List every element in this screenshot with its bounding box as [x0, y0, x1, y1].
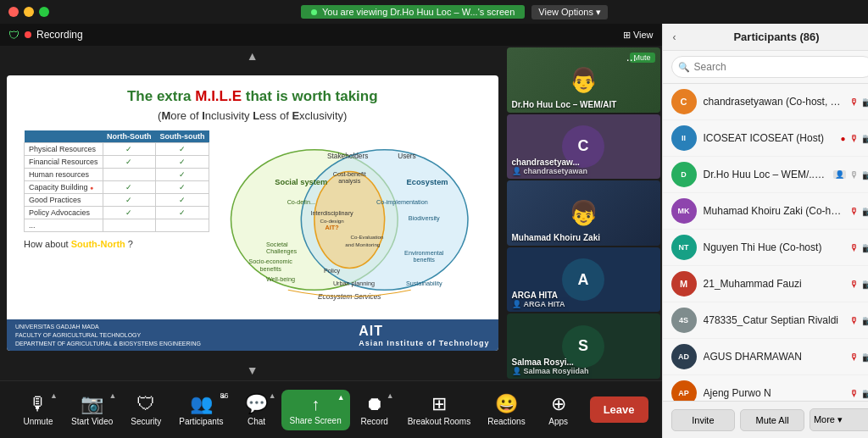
list-item[interactable]: D Dr.Ho Huu Loc – WEM/... (Co-host) 👤 🎙 … — [663, 157, 868, 193]
start-video-label: Start Video — [71, 417, 113, 426]
participants-count: 86 — [220, 391, 229, 400]
recording-bar: 🛡 Recording ⊞ View — [0, 24, 662, 46]
apps-button[interactable]: ⊕ Apps — [534, 388, 583, 431]
chevron-down-icon[interactable]: ▼ — [247, 363, 259, 377]
main-content: 🛡 Recording ⊞ View ▲ The extra M.I.L.E t… — [0, 24, 868, 438]
more-button[interactable]: More ▾ — [810, 408, 868, 431]
participant-icons: 🎙 📷 — [849, 315, 868, 326]
chevron-up-icon[interactable]: ▲ — [247, 49, 259, 63]
avatar: NT — [671, 235, 697, 260]
share-screen-button[interactable]: ▲ ↑ Share Screen — [281, 390, 350, 430]
thumb-name-salmaa: Salmaa Rosyi... 👤Salmaa Rosyiidah — [512, 358, 589, 375]
screen-share-banner: You are viewing Dr.Ho Huu Loc – W...'s s… — [49, 5, 860, 19]
list-item[interactable]: MK Muhamad Khoiru Zaki (Co-host) 🎙 📷 — [663, 193, 868, 230]
mic-icon: 🎙 — [849, 97, 859, 107]
search-input[interactable] — [671, 56, 868, 78]
recording-dot — [25, 31, 31, 38]
participant-icons: 🎙 📷 — [849, 388, 868, 399]
record-button[interactable]: ▲ ⏺ Record — [350, 388, 399, 431]
video-icon: 📷 — [862, 279, 868, 290]
list-item[interactable]: AD AGUS DHARMAWAN 🎙 📷 — [663, 339, 868, 375]
svg-text:Policy: Policy — [324, 266, 341, 274]
unmute-button[interactable]: ▲ 🎙 Unmute — [14, 388, 63, 431]
close-dot[interactable] — [8, 7, 19, 17]
video-icon: 📷 — [862, 169, 868, 180]
svg-text:Social system: Social system — [275, 178, 327, 186]
start-video-button[interactable]: ▲ 📷 Start Video — [63, 388, 121, 431]
view-options-button[interactable]: View Options ▾ — [531, 5, 608, 19]
security-button[interactable]: 🛡 Security — [121, 388, 170, 431]
list-item[interactable]: M 21_Muhammad Fauzi 🎙 📷 — [663, 266, 868, 302]
panel-header: ‹ Participants (86) — [663, 24, 868, 51]
participant-name: ICOSEAT ICOSEAT (Host) — [704, 132, 834, 144]
participant-list: C chandrasetyawan (Co-host, me) 🎙 📷 II I… — [663, 84, 868, 401]
video-icon: 📷 — [862, 133, 868, 144]
list-item[interactable]: NT Nguyen Thi Hue (Co-host) 🎙 📷 — [663, 230, 868, 266]
search-bar: 🔍 — [663, 51, 868, 84]
slide-subtitle: (More of Inclusivity Less of Exclusivity… — [24, 109, 481, 122]
video-area: 🛡 Recording ⊞ View ▲ The extra M.I.L.E t… — [0, 24, 662, 438]
thumb-name-muhamad: Muhamad Khoiru Zaki — [512, 233, 600, 242]
list-item[interactable]: II ICOSEAT ICOSEAT (Host) ● 🎙 📷 — [663, 120, 868, 157]
breakout-rooms-button[interactable]: ⊞ Breakout Rooms — [399, 388, 479, 431]
svg-text:Challenges: Challenges — [266, 247, 298, 254]
list-item[interactable]: 4S 478335_Catur Septian Rivaldi 🎙 📷 — [663, 302, 868, 339]
avatar-arga: A — [562, 258, 604, 301]
reactions-icon: 😀 — [495, 393, 518, 415]
recording-text: Recording — [36, 29, 83, 41]
invite-button[interactable]: Invite — [671, 409, 736, 431]
participants-button[interactable]: ▲ 86 👥 Participants — [170, 388, 231, 431]
top-bar: You are viewing Dr.Ho Huu Loc – W...'s s… — [0, 0, 868, 24]
chat-button[interactable]: ▲ 💬 Chat — [232, 388, 281, 431]
unmute-caret[interactable]: ▲ — [50, 391, 58, 400]
panel-chevron-icon[interactable]: ‹ — [673, 31, 676, 43]
chat-caret[interactable]: ▲ — [269, 391, 276, 400]
participant-icons: 🎙 📷 — [849, 279, 868, 290]
slide-container: ▲ The extra M.I.L.E that is worth taking… — [0, 46, 505, 380]
view-button[interactable]: ⊞ View — [623, 30, 654, 41]
avatar: M — [671, 271, 697, 297]
list-item[interactable]: AP Ajeng Purwo N 🎙 📷 — [663, 375, 868, 401]
camera-icon: 📷 — [81, 393, 103, 415]
minimize-dot[interactable] — [24, 7, 34, 17]
security-icon: 🛡 — [136, 393, 155, 415]
chat-label: Chat — [248, 417, 265, 426]
avatar: AD — [671, 344, 697, 369]
leave-button[interactable]: Leave — [590, 396, 648, 423]
record-caret[interactable]: ▲ — [387, 391, 394, 400]
mute-all-button[interactable]: Mute All — [740, 409, 804, 431]
mic-icon: 🎙 — [849, 242, 859, 252]
svg-text:Urban planning: Urban planning — [333, 280, 375, 287]
thumbnail-muhamad: 👦 Muhamad Khoiru Zaki — [507, 180, 660, 246]
participant-icons: 🎙 📷 — [849, 97, 868, 108]
reactions-button[interactable]: 😀 Reactions — [479, 388, 533, 431]
ellipsis-icon[interactable]: ··· — [626, 53, 637, 66]
svg-text:Users: Users — [398, 152, 416, 160]
svg-text:AIT?: AIT? — [326, 223, 339, 230]
maximize-dot[interactable] — [39, 7, 49, 17]
svg-text:Ecosystem: Ecosystem — [407, 178, 448, 186]
recording-dot: ● — [840, 134, 845, 143]
record-label: Record — [361, 417, 388, 426]
slide-footer: UNIVERSITAS GADJAH MADA FACULTY OF AGRIC… — [7, 319, 498, 351]
list-item[interactable]: C chandrasetyawan (Co-host, me) 🎙 📷 — [663, 84, 868, 120]
share-caret[interactable]: ▲ — [337, 393, 345, 402]
video-caret[interactable]: ▲ — [108, 391, 116, 400]
svg-text:Co-design: Co-design — [320, 217, 344, 223]
video-sidebar: 👨 Mute ··· Dr.Ho Huu Loc – WEM/AIT C cha… — [505, 46, 662, 380]
share-screen-label: Share Screen — [290, 416, 342, 425]
unmute-label: Unmute — [23, 417, 53, 426]
participant-name: Nguyen Thi Hue (Co-host) — [704, 241, 843, 253]
participants-panel: ‹ Participants (86) 🔍 C chandrasetyawan … — [662, 24, 868, 438]
thumbnail-chandra: C chandrasetyaw... 👤chandrasetyawan — [507, 114, 660, 180]
participant-icons: ● 🎙 📷 — [840, 133, 868, 144]
participant-name: 21_Muhammad Fauzi — [704, 278, 843, 290]
video-icon: 📷 — [862, 315, 868, 326]
toolbar: ▲ 🎙 Unmute ▲ 📷 Start Video 🛡 Security ▲ … — [0, 380, 662, 438]
thumbnail-arga: A ARGA HITA 👤ARGA HITA — [507, 247, 660, 313]
search-wrapper: 🔍 — [671, 56, 868, 78]
video-icon: 📷 — [862, 97, 868, 108]
participant-name: Muhamad Khoiru Zaki (Co-host) — [704, 205, 843, 217]
thumb-name-chandra: chandrasetyaw... 👤chandrasetyawan — [512, 158, 588, 175]
presentation-slide: The extra M.I.L.E that is worth taking (… — [7, 75, 498, 352]
